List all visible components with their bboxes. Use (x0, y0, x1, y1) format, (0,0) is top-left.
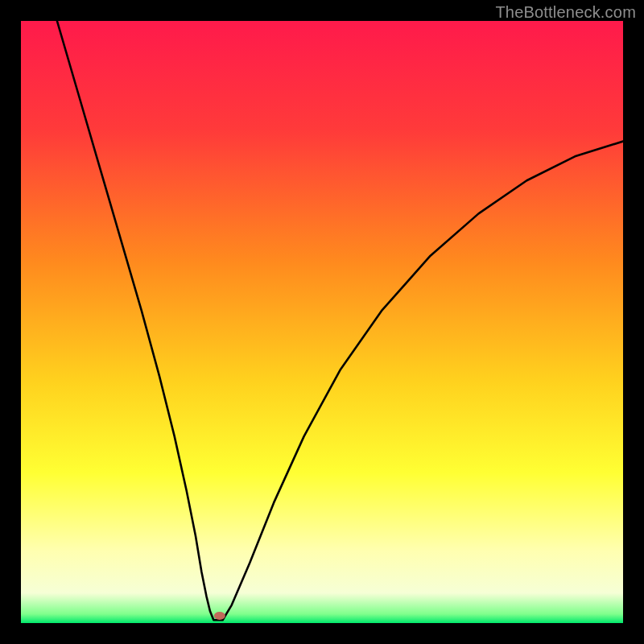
watermark-text: TheBottleneck.com (495, 3, 636, 22)
chart-frame: TheBottleneck.com (0, 0, 644, 644)
marker-dot (214, 612, 225, 620)
plot-area (21, 21, 623, 623)
chart-svg (21, 21, 623, 623)
gradient-background (21, 21, 623, 623)
